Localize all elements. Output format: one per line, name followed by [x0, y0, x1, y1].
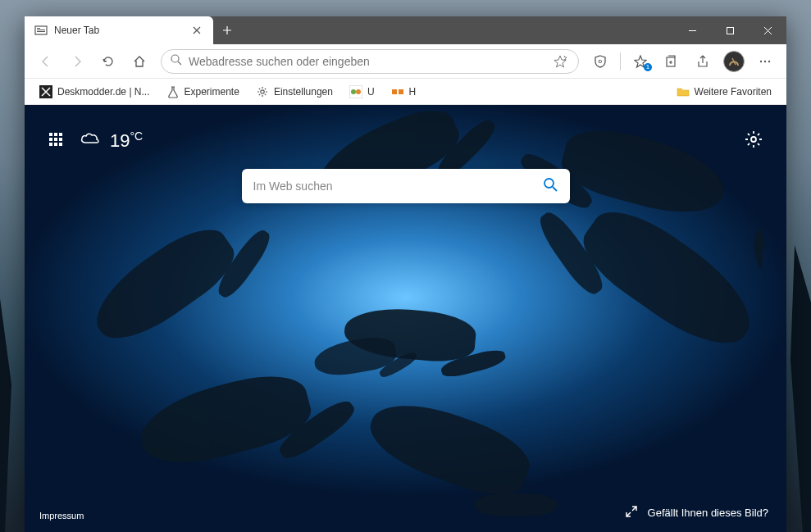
svg-rect-17	[399, 89, 403, 94]
whale-silhouette	[133, 365, 317, 476]
svg-point-14	[351, 89, 356, 94]
address-input[interactable]	[189, 55, 544, 68]
like-image-link[interactable]: Gefällt Ihnen dieses Bild?	[625, 505, 768, 521]
browser-window: Neuer Tab	[25, 16, 786, 532]
web-search-input[interactable]	[253, 180, 542, 193]
bookmark-label: Deskmodder.de | N...	[57, 86, 150, 98]
svg-point-28	[544, 179, 554, 188]
whale-silhouette	[312, 333, 398, 380]
svg-rect-4	[727, 27, 733, 34]
page-settings-button[interactable]	[744, 130, 763, 152]
bookmark-label: H	[409, 86, 417, 98]
shield-button[interactable]: D	[585, 48, 615, 75]
svg-rect-25	[54, 143, 57, 146]
svg-rect-26	[59, 143, 62, 146]
bookmark-favicon	[349, 85, 362, 98]
svg-point-12	[261, 89, 264, 93]
svg-text:D: D	[599, 59, 603, 64]
svg-rect-23	[59, 138, 62, 141]
bookmark-label: Einstellungen	[274, 86, 333, 98]
folder-icon	[677, 85, 690, 98]
svg-rect-24	[49, 143, 52, 146]
bookmark-label: U	[367, 86, 375, 98]
svg-rect-16	[392, 89, 397, 94]
svg-rect-21	[49, 138, 52, 141]
whale-silhouette	[361, 389, 537, 507]
reading-mode-button[interactable]	[550, 52, 570, 71]
whale-silhouette	[82, 216, 245, 355]
share-button[interactable]	[688, 48, 718, 75]
svg-point-15	[356, 89, 361, 94]
weather-icon	[79, 128, 102, 154]
toolbar: D 1	[25, 44, 786, 79]
maximize-button[interactable]	[711, 16, 749, 44]
svg-rect-20	[59, 133, 62, 136]
bookmark-h[interactable]: H	[385, 83, 423, 101]
svg-point-27	[751, 137, 756, 142]
svg-rect-1	[37, 28, 40, 29]
like-image-text: Gefällt Ihnen dieses Bild?	[648, 507, 768, 519]
home-button[interactable]	[125, 48, 154, 75]
svg-rect-19	[54, 133, 57, 136]
apps-grid-button[interactable]	[48, 131, 64, 151]
profile-button[interactable]	[719, 48, 749, 75]
bookmark-deskmodder[interactable]: Deskmodder.de | N...	[33, 83, 157, 101]
bookmark-u[interactable]: U	[343, 83, 381, 101]
bookmark-label: Experimente	[185, 86, 239, 98]
bookmark-experimente[interactable]: Experimente	[160, 83, 246, 101]
gear-icon	[256, 85, 269, 98]
svg-rect-22	[54, 138, 57, 141]
impressum-link[interactable]: Impressum	[39, 511, 84, 521]
temperature-value: 19°C	[110, 130, 143, 152]
expand-icon	[625, 505, 638, 521]
search-icon	[170, 53, 182, 69]
svg-point-8	[760, 60, 762, 61]
titlebar: Neuer Tab	[25, 16, 786, 44]
browser-tab[interactable]: Neuer Tab	[25, 16, 213, 44]
weather-widget[interactable]: 19°C	[79, 128, 143, 154]
favorites-button[interactable]: 1	[626, 48, 655, 75]
whale-silhouette	[571, 194, 768, 363]
svg-point-10	[768, 60, 770, 61]
bookmark-einstellungen[interactable]: Einstellungen	[249, 83, 339, 101]
page-content: 19°C Impressum Gefällt Ihnen dieses Bild…	[25, 105, 786, 532]
bookmark-favicon	[391, 85, 404, 98]
flask-icon	[166, 85, 180, 98]
ntp-top-row: 19°C	[25, 128, 786, 154]
refresh-button[interactable]	[93, 48, 123, 75]
tab-favicon	[34, 24, 48, 37]
bookmark-label: Weitere Favoriten	[695, 86, 772, 98]
svg-point-5	[171, 55, 179, 62]
web-search-button[interactable]	[542, 176, 558, 196]
svg-rect-3	[37, 31, 45, 32]
new-tab-button[interactable]	[213, 16, 241, 44]
forward-button[interactable]	[62, 48, 92, 75]
avatar-icon	[723, 51, 745, 72]
collections-button[interactable]	[657, 48, 686, 75]
bookmark-favicon	[39, 85, 52, 98]
bookmarks-bar: Deskmodder.de | N... Experimente Einstel…	[25, 79, 786, 105]
svg-rect-18	[49, 133, 52, 136]
svg-rect-2	[37, 30, 45, 30]
menu-button[interactable]	[750, 48, 780, 75]
close-window-button[interactable]	[749, 16, 786, 44]
tab-close-button[interactable]	[189, 22, 205, 39]
tab-title: Neuer Tab	[54, 25, 182, 36]
bird-silhouette	[746, 225, 771, 274]
minimize-button[interactable]	[673, 16, 711, 44]
web-search-box[interactable]	[242, 169, 570, 203]
address-bar[interactable]	[161, 49, 579, 74]
bookmark-overflow[interactable]: Weitere Favoriten	[670, 83, 778, 101]
svg-point-9	[764, 60, 766, 61]
favorites-badge: 1	[644, 63, 652, 71]
back-button[interactable]	[31, 48, 61, 75]
